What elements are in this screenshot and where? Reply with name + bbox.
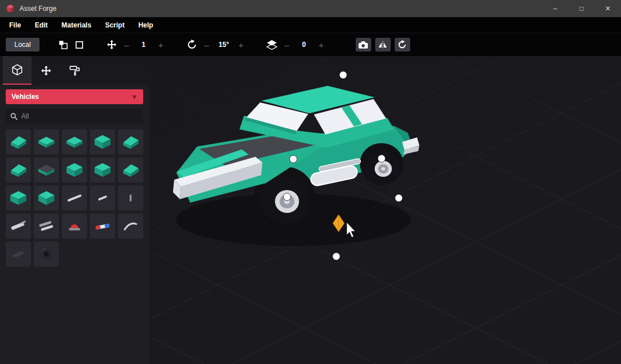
menu-materials[interactable]: Materials (54, 21, 98, 29)
transform-handle-front[interactable] (284, 193, 291, 201)
menu-script[interactable]: Script (98, 21, 131, 29)
asset-thumb-wedge[interactable] (6, 157, 31, 183)
asset-forge-window: Asset Forge – □ ✕ File Edit Materials Sc… (0, 0, 621, 364)
asset-thumb-box[interactable] (34, 185, 59, 211)
toolbar: Local – 1 + (0, 33, 621, 56)
layer-stepper: – 0 + (280, 38, 328, 51)
asset-thumb-strip[interactable] (62, 185, 87, 211)
asset-grid (0, 125, 149, 271)
asset-thumb-wedge[interactable] (118, 157, 143, 183)
chevron-down-icon: ▼ (131, 93, 137, 100)
move-step-minus-button[interactable]: – (120, 38, 133, 51)
asset-thumb-pipe[interactable] (6, 213, 31, 239)
titlebar: Asset Forge – □ ✕ (0, 0, 621, 17)
asset-thumb-panel[interactable] (62, 129, 87, 155)
asset-thumb-pipe-double[interactable] (34, 213, 59, 239)
rotate-step-value: 15° (214, 41, 234, 49)
layer-step-plus-button[interactable]: + (315, 38, 328, 51)
snap-toggle-icon[interactable] (56, 38, 72, 52)
reset-rotation-button[interactable] (395, 38, 410, 52)
transform-handle-bottom[interactable] (333, 253, 340, 260)
app-logo-icon (6, 4, 15, 13)
window-controls: – □ ✕ (542, 0, 621, 17)
asset-thumb-curve[interactable] (118, 213, 143, 239)
layer-step-value: 0 (294, 41, 315, 49)
asset-thumb-wedge[interactable] (118, 129, 143, 155)
category-label: Vehicles (11, 93, 131, 101)
mirror-icon (378, 41, 388, 49)
move-step-value: 1 (133, 41, 154, 49)
close-button[interactable]: ✕ (595, 0, 621, 17)
tab-transform[interactable] (32, 56, 60, 85)
asset-search[interactable] (6, 109, 143, 124)
bounds-toggle-icon[interactable] (72, 38, 88, 52)
cube-icon (11, 64, 23, 76)
move-step-plus-button[interactable]: + (154, 38, 168, 51)
asset-thumb-box[interactable] (90, 129, 115, 155)
reset-rotation-icon (398, 40, 407, 49)
minimize-button[interactable]: – (542, 0, 568, 17)
move-stepper: – 1 + (120, 38, 168, 51)
viewport-3d[interactable] (149, 56, 621, 364)
tab-paint[interactable] (60, 56, 89, 85)
transform-handle-left[interactable] (290, 156, 297, 163)
search-icon (10, 113, 18, 120)
transform-handle-side[interactable] (395, 195, 403, 202)
rotate-step-plus-button[interactable]: + (234, 38, 248, 51)
sidebar: Vehicles ▼ (0, 56, 149, 364)
content-area: Vehicles ▼ (0, 56, 621, 364)
asset-thumb-box[interactable] (6, 185, 31, 211)
move-step-icon (104, 38, 120, 52)
asset-thumb-tire[interactable] (34, 242, 59, 267)
local-space-button[interactable]: Local (6, 38, 40, 52)
asset-thumb-panel[interactable] (34, 129, 59, 155)
tab-blocks[interactable] (3, 56, 32, 85)
menu-file[interactable]: File (2, 21, 28, 29)
paint-roller-icon (69, 65, 81, 77)
menu-edit[interactable]: Edit (28, 21, 55, 29)
rotate-step-minus-button[interactable]: – (200, 38, 214, 51)
camera-view-button[interactable] (356, 38, 371, 52)
layer-icon (264, 38, 280, 52)
window-title: Asset Forge (19, 5, 57, 13)
move-arrows-icon (41, 65, 52, 76)
rotate-step-icon (184, 38, 200, 52)
asset-thumb-wedge[interactable] (6, 129, 31, 155)
menu-help[interactable]: Help (131, 21, 160, 29)
camera-icon (358, 41, 368, 49)
sidebar-tabs (0, 56, 149, 85)
asset-thumb-spoiler[interactable] (6, 242, 31, 267)
asset-thumb-lightbar[interactable] (90, 213, 115, 239)
asset-thumb-strip-tiny[interactable] (118, 185, 143, 211)
mirror-button[interactable] (375, 38, 391, 52)
asset-thumb-siren[interactable] (62, 213, 87, 239)
category-dropdown[interactable]: Vehicles ▼ (6, 89, 143, 104)
transform-handle-right[interactable] (378, 155, 386, 163)
search-input[interactable] (21, 112, 124, 120)
asset-thumb-box[interactable] (62, 157, 87, 183)
layer-step-minus-button[interactable]: – (280, 38, 294, 51)
transform-handle-top[interactable] (340, 72, 347, 79)
asset-thumb-box[interactable] (90, 157, 115, 183)
asset-thumb-panel-dark[interactable] (34, 157, 59, 183)
rotate-stepper: – 15° + (200, 38, 248, 51)
asset-thumb-strip-short[interactable] (90, 185, 115, 211)
maximize-button[interactable]: □ (568, 0, 595, 17)
menubar: File Edit Materials Script Help (0, 17, 621, 33)
